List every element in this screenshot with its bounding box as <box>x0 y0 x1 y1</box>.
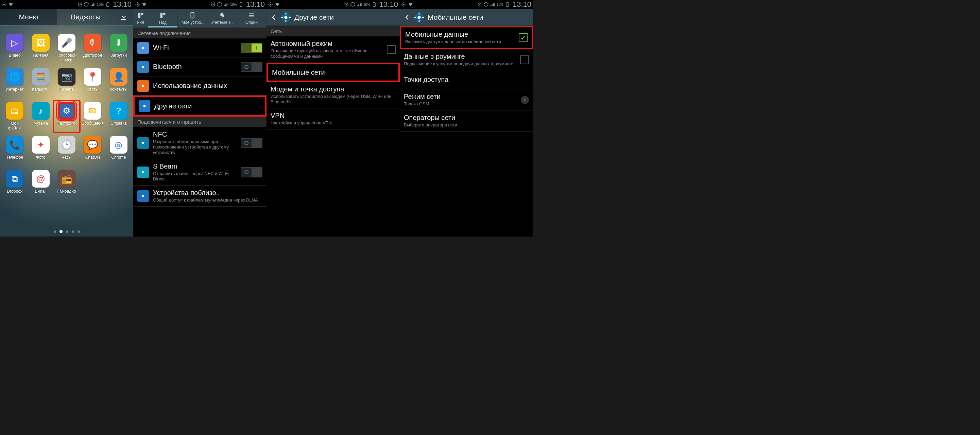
toggle-switch[interactable] <box>241 62 262 72</box>
alarm-icon <box>77 2 83 7</box>
tab-menu[interactable]: Меню <box>0 9 57 25</box>
app-фото[interactable]: ✦ Фото <box>28 136 53 170</box>
app-справка[interactable]: ? Справка <box>106 102 131 136</box>
app-видео[interactable]: ▷ Видео <box>2 34 27 68</box>
app-e-mail[interactable]: @ E-mail <box>28 170 53 204</box>
settings-tab-0[interactable]: ния <box>133 9 148 27</box>
tab-icon <box>218 11 226 19</box>
app-телефон[interactable]: 📞 Телефон <box>2 136 27 170</box>
tab-downloads[interactable] <box>114 9 133 25</box>
app-label: Голосовойпоиск <box>57 53 76 62</box>
settings-row[interactable]: Модем и точка доступаИспользовать устрой… <box>267 82 400 108</box>
section-connect-share: Подключиться и отправить <box>133 117 267 127</box>
back-icon[interactable] <box>270 14 277 21</box>
settings-row[interactable]: S BeamОтправить файлы через NFC и Wi-Fi … <box>133 159 267 186</box>
settings-row[interactable]: Использование данных <box>133 76 267 95</box>
settings-tab-1[interactable]: Под <box>148 9 178 27</box>
row-title: Автономный режим <box>270 40 383 48</box>
toggle-switch[interactable] <box>241 138 262 148</box>
status-bar: 10% 13:10 <box>400 0 533 9</box>
app-камера[interactable]: 📷 Камера <box>54 68 79 102</box>
app-настройки[interactable]: ⚙ Настройки <box>54 102 79 136</box>
settings-tab-3[interactable]: Учетные з.. <box>207 9 237 27</box>
app-мои-файлы[interactable]: 🗂 Моифайлы <box>2 102 27 136</box>
app-icon: 🧮 <box>32 68 49 86</box>
app-drawer: Меню Виджеты ▷ Видео🖼 Галерея🎤 Голосовой… <box>0 9 133 237</box>
app-label: Диктофон <box>83 53 102 58</box>
app-музыка[interactable]: ♪ Музыка <box>28 102 53 136</box>
app-chaton[interactable]: 💬 ChatON <box>80 136 105 170</box>
row-subtitle: Настройка и управление VPN <box>270 120 396 126</box>
tab-icon <box>189 11 196 19</box>
app-grid: ▷ Видео🖼 Галерея🎤 Голосовойпоиск🎙 Диктоф… <box>0 26 133 226</box>
settings-row[interactable]: Мобильные данныеВключить доступ к данным… <box>400 26 533 49</box>
row-title: Мобильные данные <box>405 30 515 38</box>
app-интернет[interactable]: 🌐 Интернет <box>2 68 27 102</box>
settings-tab-4[interactable]: Опции <box>237 9 267 27</box>
app-сообщения[interactable]: ✉ Сообщения <box>80 102 105 136</box>
back-icon[interactable] <box>403 14 410 21</box>
app-icon: ♪ <box>32 102 49 120</box>
toggle-switch[interactable] <box>241 167 262 178</box>
app-chrome[interactable]: ◎ Chrome <box>106 136 131 170</box>
app-label: E-mail <box>35 189 46 194</box>
app-icon: ⧉ <box>6 170 24 187</box>
app-icon: 🗂 <box>6 102 24 120</box>
app-часы[interactable]: 🕑 Часы <box>54 136 79 170</box>
app-загрузки[interactable]: ⬇ Загрузки <box>106 34 131 68</box>
row-subtitle: Выберите оператора сети <box>404 122 529 128</box>
svg-point-5 <box>137 4 138 5</box>
row-title: Режим сети <box>404 93 517 101</box>
home-tabs: Меню Виджеты <box>0 9 133 26</box>
phone-home: 10% 13:10 Меню Виджеты ▷ Видео🖼 Галерея🎤… <box>0 0 133 237</box>
app-калькул-[interactable]: 🧮 Калькул.. <box>28 68 53 102</box>
settings-row[interactable]: Автономный режимОтключение функций вызов… <box>267 37 400 63</box>
app-label: Сообщения <box>81 121 104 126</box>
phone-mobile-networks: 10% 13:10 Мобильные сети Мобильные данны… <box>400 0 533 237</box>
settings-row[interactable]: Другие сети <box>133 95 267 117</box>
app-карты[interactable]: 📍 Карты <box>80 68 105 102</box>
checkbox[interactable] <box>520 56 529 64</box>
settings-row[interactable]: Устройства поблизо..Общий доступ к файла… <box>133 186 267 206</box>
tab-icon <box>248 11 255 19</box>
settings-row[interactable]: Режим сетиТолько GSM› <box>400 89 533 110</box>
battery-icon <box>238 2 244 7</box>
app-icon: 🌐 <box>6 68 24 86</box>
row-subtitle: Общий доступ к файлам мультимедиа через … <box>153 197 262 203</box>
svg-rect-32 <box>289 17 291 17</box>
app-label: Интернет <box>6 87 24 92</box>
app-icon: 📍 <box>84 68 101 86</box>
svg-point-11 <box>192 17 193 17</box>
app-галерея[interactable]: 🖼 Галерея <box>28 34 53 68</box>
svg-rect-26 <box>374 6 375 6</box>
alarm-icon <box>210 2 216 7</box>
app-label: Фото <box>36 155 46 160</box>
settings-row[interactable]: NFCРазрешить обмен данными при прикоснов… <box>133 127 267 159</box>
checkbox[interactable] <box>519 33 528 42</box>
settings-row[interactable]: VPNНастройка и управление VPN <box>267 108 400 130</box>
row-title: NFC <box>153 130 237 138</box>
row-title: Точки доступа <box>404 76 529 84</box>
sync-icon <box>217 2 222 7</box>
battery-icon <box>105 2 110 7</box>
tab-widgets[interactable]: Виджеты <box>57 9 114 25</box>
settings-row[interactable]: Точки доступа <box>400 70 533 89</box>
svg-point-21 <box>142 195 145 197</box>
settings-tab-2[interactable]: Мое устро.. <box>178 9 207 27</box>
settings-row[interactable]: Bluetooth <box>133 57 267 76</box>
row-title: Wi-Fi <box>153 44 237 52</box>
wifi-icon <box>408 2 414 7</box>
battery-percent: 10% <box>230 3 237 6</box>
toggle-switch[interactable] <box>241 43 262 53</box>
settings-row[interactable]: Мобильные сети <box>267 63 400 82</box>
app-диктофон[interactable]: 🎙 Диктофон <box>80 34 105 68</box>
settings-row[interactable]: Wi-Fi <box>133 38 267 57</box>
checkbox[interactable] <box>387 45 396 54</box>
app-fm-радио[interactable]: 📻 FM-радио <box>54 170 79 204</box>
settings-row[interactable]: Операторы сетиВыберите оператора сети <box>400 110 533 132</box>
status-clock: 13:10 <box>512 0 531 9</box>
app-dropbox[interactable]: ⧉ Dropbox <box>2 170 27 204</box>
settings-row[interactable]: Данные в роумингеПодключение к услугам п… <box>400 49 533 70</box>
app-контакты[interactable]: 👤 Контакты <box>106 68 131 102</box>
app-голосовой-поиск[interactable]: 🎤 Голосовойпоиск <box>54 34 79 68</box>
